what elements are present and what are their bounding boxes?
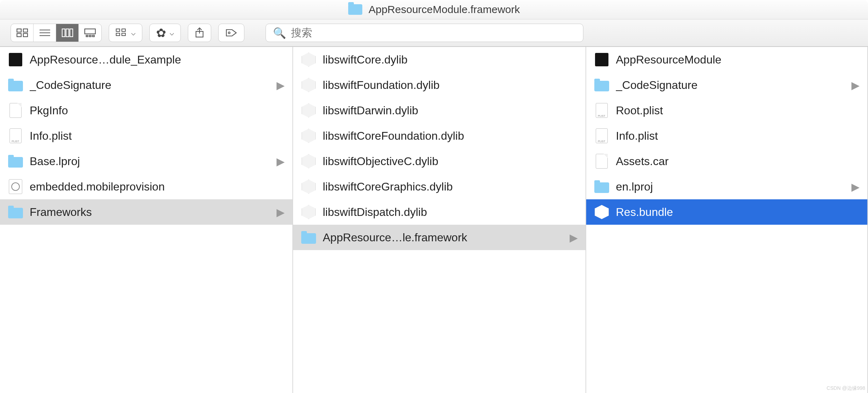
- file-row[interactable]: AppResource…dule_Example: [0, 47, 292, 72]
- file-row[interactable]: Base.lproj▶: [0, 149, 292, 174]
- file-label: AppResourceModule: [616, 53, 860, 66]
- library-icon: [301, 204, 316, 220]
- file-row[interactable]: embedded.mobileprovision: [0, 174, 292, 199]
- svg-rect-3: [23, 34, 28, 37]
- file-label: libswiftCore.dylib: [323, 53, 578, 66]
- file-row[interactable]: AppResourceModule: [586, 47, 867, 72]
- gallery-view-button[interactable]: [79, 24, 101, 42]
- file-label: Info.plist: [616, 129, 860, 143]
- file-row[interactable]: Frameworks▶: [0, 199, 292, 225]
- svg-rect-13: [93, 35, 94, 37]
- file-label: libswiftCoreFoundation.dylib: [323, 129, 578, 143]
- file-row[interactable]: Info.plist: [0, 123, 292, 149]
- file-row[interactable]: Res.bundle: [586, 199, 867, 225]
- file-row[interactable]: AppResource…le.framework▶: [293, 225, 585, 250]
- svg-rect-10: [85, 29, 95, 34]
- file-label: libswiftDispatch.dylib: [323, 206, 578, 219]
- file-label: AppResource…dule_Example: [30, 53, 285, 66]
- column-view-button[interactable]: [56, 24, 79, 42]
- file-row[interactable]: _CodeSignature▶: [0, 72, 292, 98]
- file-label: Frameworks: [30, 206, 270, 219]
- file-row[interactable]: libswiftDispatch.dylib: [293, 199, 585, 225]
- provision-icon: [8, 179, 23, 194]
- search-field[interactable]: 🔍: [266, 24, 583, 42]
- file-label: AppResource…le.framework: [323, 231, 563, 244]
- library-icon: [301, 179, 316, 194]
- tags-button[interactable]: [218, 24, 244, 42]
- search-icon: 🔍: [273, 27, 286, 39]
- svg-rect-11: [86, 35, 88, 37]
- window-title: AppResourceModule.framework: [369, 4, 520, 16]
- share-button[interactable]: [188, 24, 211, 42]
- plist-icon: [8, 128, 23, 144]
- file-row[interactable]: libswiftCoreFoundation.dylib: [293, 123, 585, 149]
- file-label: libswiftObjectiveC.dylib: [323, 155, 578, 168]
- toolbar: ⌵ ✿ ⌵ 🔍: [0, 19, 868, 47]
- file-row[interactable]: Assets.car: [586, 149, 867, 174]
- svg-rect-7: [62, 29, 65, 37]
- bundle-icon: [594, 204, 610, 220]
- file-row[interactable]: _CodeSignature▶: [586, 72, 867, 98]
- svg-rect-1: [23, 29, 28, 32]
- file-label: Base.lproj: [30, 155, 270, 168]
- gear-icon: ✿: [156, 26, 166, 40]
- disclosure-arrow-icon: ▶: [570, 231, 578, 244]
- file-row[interactable]: en.lproj▶: [586, 174, 867, 199]
- file-label: embedded.mobileprovision: [30, 180, 285, 193]
- file-row[interactable]: Info.plist: [586, 123, 867, 149]
- folder-icon: [594, 77, 610, 93]
- folder-icon: [301, 230, 316, 245]
- file-label: _CodeSignature: [30, 79, 270, 92]
- svg-rect-12: [89, 35, 91, 37]
- file-row[interactable]: PkgInfo: [0, 98, 292, 123]
- svg-rect-17: [122, 33, 125, 36]
- svg-rect-16: [116, 33, 120, 36]
- folder-icon: [8, 153, 23, 169]
- column-3[interactable]: AppResourceModule_CodeSignature▶Root.pli…: [586, 47, 868, 393]
- file-row[interactable]: Root.plist: [586, 98, 867, 123]
- file-label: Assets.car: [616, 155, 860, 168]
- disclosure-arrow-icon: ▶: [851, 181, 860, 193]
- disclosure-arrow-icon: ▶: [851, 79, 860, 91]
- folder-icon: [594, 179, 610, 194]
- svg-rect-9: [70, 29, 73, 37]
- file-icon: [594, 153, 610, 169]
- finder-window: AppResourceModule.framework ⌵ ✿ ⌵: [0, 0, 868, 393]
- library-icon: [301, 128, 316, 144]
- chevron-down-icon: ⌵: [170, 28, 174, 37]
- folder-icon: [8, 204, 23, 220]
- icon-view-button[interactable]: [11, 24, 34, 42]
- search-input[interactable]: [291, 27, 576, 39]
- file-label: libswiftFoundation.dylib: [323, 79, 578, 92]
- watermark: CSDN @边缘998: [827, 385, 865, 392]
- library-icon: [301, 103, 316, 118]
- column-2[interactable]: libswiftCore.dyliblibswiftFoundation.dyl…: [293, 47, 586, 393]
- svg-rect-14: [116, 29, 120, 31]
- library-icon: [301, 77, 316, 93]
- column-1[interactable]: AppResource…dule_Example_CodeSignature▶P…: [0, 47, 293, 393]
- file-label: en.lproj: [616, 180, 845, 193]
- folder-icon: [8, 77, 23, 93]
- file-label: Res.bundle: [616, 206, 860, 219]
- svg-rect-0: [17, 29, 21, 32]
- action-button[interactable]: ✿ ⌵: [149, 24, 181, 42]
- file-label: libswiftDarwin.dylib: [323, 104, 578, 117]
- library-icon: [301, 153, 316, 169]
- file-row[interactable]: libswiftCoreGraphics.dylib: [293, 174, 585, 199]
- disclosure-arrow-icon: ▶: [277, 206, 285, 218]
- file-label: PkgInfo: [30, 104, 285, 117]
- svg-point-20: [228, 32, 230, 34]
- file-row[interactable]: libswiftObjectiveC.dylib: [293, 149, 585, 174]
- file-row[interactable]: libswiftFoundation.dylib: [293, 72, 585, 98]
- list-view-button[interactable]: [34, 24, 56, 42]
- file-label: Info.plist: [30, 129, 285, 143]
- chevron-down-icon: ⌵: [131, 28, 136, 37]
- file-row[interactable]: libswiftCore.dylib: [293, 47, 585, 72]
- column-browser: AppResource…dule_Example_CodeSignature▶P…: [0, 47, 868, 393]
- arrange-button[interactable]: ⌵: [109, 24, 142, 42]
- disclosure-arrow-icon: ▶: [277, 79, 285, 91]
- file-row[interactable]: libswiftDarwin.dylib: [293, 98, 585, 123]
- view-mode-group: [11, 24, 102, 42]
- titlebar: AppResourceModule.framework: [0, 0, 868, 19]
- plist-icon: [594, 128, 610, 144]
